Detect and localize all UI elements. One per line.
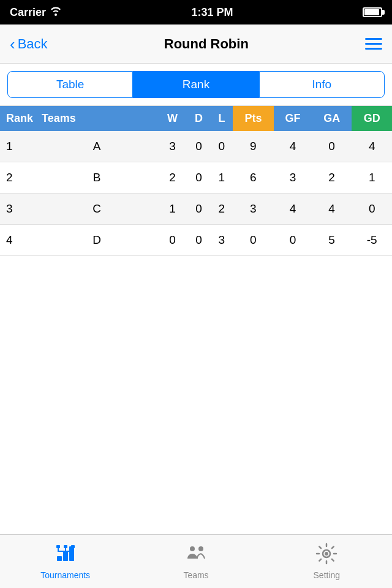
carrier-name: Carrier	[10, 6, 46, 19]
cell-w: 0	[158, 225, 187, 256]
svg-point-13	[325, 552, 328, 556]
hamburger-icon	[365, 38, 382, 40]
cell-team: B	[36, 162, 158, 194]
status-bar: Carrier 1:31 PM	[0, 0, 392, 24]
cell-gd: 0	[352, 194, 392, 225]
back-button[interactable]: ‹ Back	[10, 36, 48, 52]
cell-gf: 4	[274, 131, 312, 162]
hamburger-icon	[365, 48, 382, 50]
teams-label: Teams	[183, 570, 208, 580]
cell-team: D	[36, 225, 158, 256]
svg-point-12	[198, 546, 203, 551]
cell-ga: 2	[312, 162, 352, 194]
col-header-ga: GA	[312, 106, 352, 131]
bottom-tab-bar: Tournaments Teams Setting	[0, 534, 392, 588]
col-header-l: L	[211, 106, 233, 131]
tab-info[interactable]: Info	[259, 71, 385, 98]
tab-rank[interactable]: Rank	[133, 71, 258, 98]
nav-bar: ‹ Back Round Robin	[0, 24, 392, 64]
cell-rank: 2	[0, 162, 36, 194]
cell-gf: 3	[274, 162, 312, 194]
cell-rank: 4	[0, 225, 36, 256]
cell-rank: 1	[0, 131, 36, 162]
col-header-pts: Pts	[233, 106, 274, 131]
cell-w: 1	[158, 194, 187, 225]
wifi-icon	[50, 6, 62, 18]
rank-table: Rank Teams W D L Pts GF GA GD 1 A 3 0 0 …	[0, 106, 392, 256]
cell-d: 0	[187, 131, 211, 162]
table-row: 3 C 1 0 2 3 4 4 0	[0, 194, 392, 225]
svg-point-11	[190, 546, 195, 551]
cell-gd: -5	[352, 225, 392, 256]
battery-icon	[363, 7, 382, 17]
menu-button[interactable]	[365, 38, 382, 50]
bottom-item-setting[interactable]: Setting	[262, 543, 392, 580]
teams-icon	[185, 543, 207, 568]
bottom-item-teams[interactable]: Teams	[130, 543, 261, 580]
cell-gd: 1	[352, 162, 392, 194]
back-label: Back	[18, 36, 48, 52]
col-header-rank: Rank	[0, 106, 36, 131]
cell-d: 0	[187, 162, 211, 194]
cell-pts: 6	[233, 162, 274, 194]
cell-gd: 4	[352, 131, 392, 162]
table-row: 2 B 2 0 1 6 3 2 1	[0, 162, 392, 194]
bottom-item-tournaments[interactable]: Tournaments	[0, 543, 130, 580]
cell-pts: 0	[233, 225, 274, 256]
tournaments-icon	[55, 543, 77, 568]
back-chevron-icon: ‹	[10, 36, 15, 52]
tab-bar: Table Rank Info	[0, 64, 392, 106]
cell-pts: 3	[233, 194, 274, 225]
col-header-teams: Teams	[36, 106, 158, 131]
carrier-info: Carrier	[10, 6, 62, 19]
tournaments-label: Tournaments	[40, 570, 90, 580]
table-header-row: Rank Teams W D L Pts GF GA GD	[0, 106, 392, 131]
page-title: Round Robin	[164, 36, 249, 52]
svg-rect-0	[57, 556, 62, 561]
cell-l: 0	[211, 131, 233, 162]
col-header-gd: GD	[352, 106, 392, 131]
cell-gf: 0	[274, 225, 312, 256]
cell-w: 3	[158, 131, 187, 162]
hamburger-icon	[365, 43, 382, 45]
table-row: 1 A 3 0 0 9 4 0 4	[0, 131, 392, 162]
tab-table[interactable]: Table	[7, 71, 133, 98]
cell-ga: 0	[312, 131, 352, 162]
col-header-gf: GF	[274, 106, 312, 131]
svg-rect-9	[58, 551, 72, 552]
cell-rank: 3	[0, 194, 36, 225]
cell-l: 2	[211, 194, 233, 225]
table-row: 4 D 0 0 3 0 0 5 -5	[0, 225, 392, 256]
cell-d: 0	[187, 225, 211, 256]
cell-pts: 9	[233, 131, 274, 162]
time-display: 1:31 PM	[192, 6, 233, 19]
cell-w: 2	[158, 162, 187, 194]
setting-label: Setting	[314, 570, 341, 580]
svg-rect-10	[65, 552, 66, 556]
setting-icon	[315, 543, 337, 568]
col-header-d: D	[187, 106, 211, 131]
cell-l: 1	[211, 162, 233, 194]
svg-rect-8	[72, 548, 74, 551]
cell-d: 0	[187, 194, 211, 225]
cell-team: A	[36, 131, 158, 162]
cell-gf: 4	[274, 194, 312, 225]
cell-ga: 4	[312, 194, 352, 225]
cell-ga: 5	[312, 225, 352, 256]
cell-l: 3	[211, 225, 233, 256]
col-header-w: W	[158, 106, 187, 131]
cell-team: C	[36, 194, 158, 225]
